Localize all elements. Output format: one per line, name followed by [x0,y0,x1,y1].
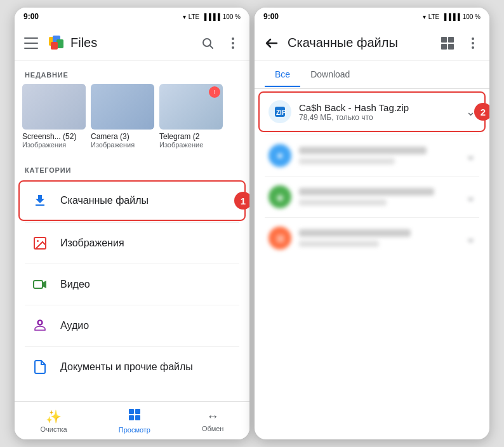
battery-label: 100 % [223,13,241,20]
categories-header: КАТЕГОРИИ [15,156,249,179]
search-icon[interactable] [199,34,216,52]
file4-info [299,229,458,247]
svg-line-8 [209,45,213,48]
category-docs[interactable]: Документы и прочие файлы [20,348,244,386]
share-label: Обмен [202,425,223,432]
file2-arrow: ⌄ [466,149,475,163]
images-icon [30,233,50,253]
left-time: 9:00 [23,12,39,21]
thumb-sublabel-camera: Изображения [91,141,135,149]
thumb-telegram: ! [159,84,223,130]
recent-header: НЕДАВНИЕ [15,61,249,84]
recent-item-camera[interactable]: Camera (3) Изображения [91,84,154,149]
zip-icon: ZIP [269,100,291,123]
file-item-4: ⊞ ⌄ [260,219,484,257]
video-icon [30,274,50,295]
recent-item-screenshot[interactable]: Screensh... (52) Изображения [22,84,86,149]
file4-arrow: ⌄ [466,231,475,245]
cashback-meta: 78,49 МБ, только что [299,113,458,122]
left-bottom-nav: ✨ Очистка Просмотр ↔ Обмен [15,401,249,439]
svg-point-10 [232,42,234,44]
category-audio[interactable]: Аудио [20,307,244,345]
left-app-title: Files [48,34,191,52]
tab-download[interactable]: Download [300,63,360,87]
file4-icon: ⊞ [269,227,291,250]
cashback-name: Ca$h Back - Hash Tag.zip [299,102,458,113]
step-badge-2: 2 [474,103,489,121]
right-lte-label: LTE [428,13,440,20]
menu-icon[interactable] [22,34,40,52]
grid-view-icon [441,37,454,50]
thumb-screenshot [22,84,86,130]
category-downloads[interactable]: Скачанные файлы [18,180,246,221]
tab-all[interactable]: Все [265,63,300,87]
svg-point-20 [472,37,474,40]
file-item-3: ◈ ⌄ [260,178,484,216]
category-audio-label: Аудио [60,320,89,331]
left-title-text: Files [70,36,97,50]
back-icon[interactable] [262,34,280,52]
thumb-label-camera: Camera (3) [91,132,154,141]
svg-rect-17 [135,409,140,414]
svg-point-15 [38,321,42,324]
files-logo [48,34,65,52]
right-tabs: Все Download [255,61,489,89]
signal-icon: ▐▐▐▐ [202,13,220,20]
right-grid-icon[interactable] [439,34,456,52]
file-item-2: ● ⌄ [260,137,484,175]
right-battery-label: 100 % [463,13,481,20]
svg-point-22 [472,46,474,49]
right-file-list: ZIP Ca$h Back - Hash Tag.zip 78,49 МБ, т… [255,89,489,439]
left-content: НЕДАВНИЕ Screensh... (52) Изображения Ca… [15,61,249,401]
svg-rect-16 [129,409,134,414]
svg-rect-1 [24,43,38,44]
right-app-bar: Скачанные файлы [255,25,489,61]
category-video[interactable]: Видео [20,265,244,304]
category-docs-label: Документы и прочие файлы [60,361,193,373]
thumb-sublabel-screenshot: Изображения [22,141,66,149]
thumb-label-telegram: Telegram (2 [159,132,223,141]
file2-meta [299,158,395,164]
share-icon: ↔ [206,409,219,424]
left-phone: 9:00 ▾ LTE ▐▐▐▐ 100 % Files [15,8,249,439]
right-more-icon[interactable] [464,34,482,52]
file4-name [299,229,411,237]
more-icon[interactable] [224,34,242,52]
clean-label: Очистка [41,425,67,433]
svg-rect-19 [135,415,140,420]
browse-icon [128,408,142,425]
right-time: 9:00 [263,12,279,21]
category-images[interactable]: Изображения [20,224,244,262]
wifi-icon: ▾ [183,13,186,20]
right-phone: 9:00 ▾ LTE ▐▐▐▐ 100 % Скачанные файлы [255,8,489,439]
file2-icon: ● [269,144,291,167]
svg-point-13 [37,240,39,242]
recent-item-telegram[interactable]: ! Telegram (2 Изображение [159,84,223,149]
category-video-label: Видео [60,279,90,290]
category-images-label: Изображения [60,237,124,249]
file-item-cashback[interactable]: ZIP Ca$h Back - Hash Tag.zip 78,49 МБ, т… [258,91,486,132]
svg-rect-6 [51,42,58,50]
file3-arrow: ⌄ [466,190,475,204]
right-status-bar: 9:00 ▾ LTE ▐▐▐▐ 100 % [255,8,489,25]
download-icon [30,190,50,211]
right-app-title: Скачанные файлы [288,36,431,50]
docs-icon [30,357,50,377]
file3-meta [299,199,387,206]
audio-icon [30,316,50,336]
thumb-camera [91,84,154,130]
svg-rect-14 [34,281,43,288]
step-badge-1: 1 [234,192,249,210]
svg-point-9 [232,37,234,40]
nav-share[interactable]: ↔ Обмен [192,406,234,435]
left-app-bar: Files [15,25,249,61]
file2-name [299,147,427,154]
svg-rect-2 [24,48,38,49]
left-status-icons: ▾ LTE ▐▐▐▐ 100 % [183,13,241,20]
file2-info [299,147,458,164]
nav-clean[interactable]: ✨ Очистка [30,406,77,436]
nav-browse[interactable]: Просмотр [109,405,161,436]
file3-icon: ◈ [269,185,291,208]
thumb-sublabel-telegram: Изображение [159,141,203,149]
lte-label: LTE [189,13,200,20]
